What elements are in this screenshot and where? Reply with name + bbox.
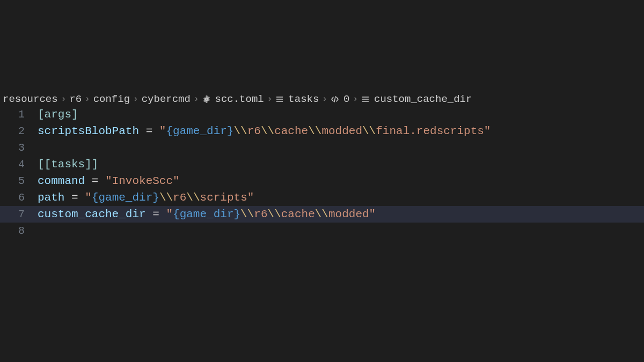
code-token: scripts bbox=[200, 191, 247, 204]
breadcrumb-segment-cybercmd[interactable]: cybercmd bbox=[142, 93, 191, 105]
code-token: " bbox=[247, 191, 254, 204]
svg-line-3 bbox=[334, 97, 335, 102]
code-token: modded bbox=[328, 208, 369, 220]
chevron-right-icon: › bbox=[353, 94, 358, 104]
code-token: \\ bbox=[315, 208, 328, 220]
code-token: \\ bbox=[186, 191, 200, 204]
code-token: "InvokeScc" bbox=[105, 175, 180, 187]
code-line[interactable]: 7custom_cache_dir = "{game_dir}\\r6\\cac… bbox=[0, 206, 644, 223]
code-token: final.redscripts bbox=[376, 125, 484, 137]
line-content[interactable]: scriptsBlobPath = "{game_dir}\\r6\\cache… bbox=[38, 123, 644, 139]
line-number: 2 bbox=[0, 123, 38, 139]
breadcrumb-segment-key[interactable]: custom_cache_dir bbox=[374, 93, 472, 105]
code-token: modded bbox=[321, 125, 362, 137]
chevron-right-icon: › bbox=[267, 94, 273, 104]
code-token: " bbox=[85, 191, 92, 204]
code-line[interactable]: 2scriptsBlobPath = "{game_dir}\\r6\\cach… bbox=[0, 123, 644, 139]
code-token: \\ bbox=[240, 208, 254, 220]
breadcrumb-segment-file[interactable]: scc.toml bbox=[215, 93, 264, 105]
code-token: {game_dir} bbox=[92, 191, 159, 204]
chevron-right-icon: › bbox=[194, 94, 199, 104]
chevron-right-icon: › bbox=[85, 94, 90, 104]
code-line[interactable]: 8 bbox=[0, 223, 644, 239]
code-token: \\ bbox=[362, 125, 376, 137]
code-token: path bbox=[38, 191, 64, 204]
gear-icon bbox=[202, 95, 211, 104]
breadcrumb: resources › r6 › config › cybercmd › scc… bbox=[3, 91, 472, 107]
line-number: 4 bbox=[0, 156, 38, 173]
line-content[interactable]: path = "{game_dir}\\r6\\scripts" bbox=[38, 189, 644, 206]
line-content[interactable]: custom_cache_dir = "{game_dir}\\r6\\cach… bbox=[38, 206, 644, 223]
code-token: = bbox=[85, 175, 105, 187]
code-token: r6 bbox=[173, 191, 186, 204]
code-token: " bbox=[166, 208, 173, 220]
code-token: scriptsBlobPath bbox=[38, 125, 139, 137]
breadcrumb-segment-index[interactable]: 0 bbox=[343, 93, 349, 105]
code-token: = bbox=[146, 208, 166, 220]
chevron-right-icon: › bbox=[133, 94, 138, 104]
line-number: 6 bbox=[0, 189, 38, 206]
code-token: r6 bbox=[247, 125, 261, 137]
chevron-right-icon: › bbox=[61, 94, 67, 104]
breadcrumb-segment-resources[interactable]: resources bbox=[3, 93, 58, 105]
code-token: " bbox=[484, 125, 491, 137]
code-token: \\ bbox=[233, 125, 247, 137]
code-token: = bbox=[64, 191, 85, 204]
line-number: 3 bbox=[0, 139, 38, 156]
code-line[interactable]: 3 bbox=[0, 139, 644, 156]
code-token: {game_dir} bbox=[173, 208, 240, 220]
line-number: 7 bbox=[0, 206, 38, 223]
line-content[interactable]: command = "InvokeScc" bbox=[38, 173, 644, 189]
code-token: cache bbox=[281, 208, 315, 220]
line-number: 1 bbox=[0, 106, 38, 123]
code-token: \\ bbox=[261, 125, 274, 137]
line-content[interactable]: [args] bbox=[38, 106, 644, 123]
chevron-right-icon: › bbox=[322, 94, 327, 104]
line-number: 8 bbox=[0, 223, 38, 239]
code-icon bbox=[331, 95, 339, 104]
breadcrumb-segment-tasks[interactable]: tasks bbox=[288, 93, 319, 105]
code-line[interactable]: 4[[tasks]] bbox=[0, 156, 644, 173]
code-token: {game_dir} bbox=[166, 125, 233, 137]
breadcrumb-segment-config[interactable]: config bbox=[93, 93, 130, 105]
code-token: = bbox=[139, 125, 159, 137]
code-line[interactable]: 5command = "InvokeScc" bbox=[0, 173, 644, 189]
code-token: " bbox=[369, 208, 376, 220]
code-token: r6 bbox=[254, 208, 267, 220]
code-token: \\ bbox=[268, 208, 281, 220]
breadcrumb-segment-r6[interactable]: r6 bbox=[69, 93, 82, 105]
line-number: 5 bbox=[0, 173, 38, 189]
code-token: " bbox=[159, 125, 166, 137]
code-token: \\ bbox=[159, 191, 173, 204]
code-line[interactable]: 1[args] bbox=[0, 106, 644, 123]
code-token: custom_cache_dir bbox=[38, 208, 146, 220]
code-token: \\ bbox=[308, 125, 321, 137]
lines-icon bbox=[361, 95, 370, 104]
code-token: [[tasks]] bbox=[38, 158, 98, 171]
code-token: [args] bbox=[38, 108, 78, 121]
line-content[interactable]: [[tasks]] bbox=[38, 156, 644, 173]
code-token: cache bbox=[274, 125, 308, 137]
lines-icon bbox=[275, 95, 284, 104]
code-token: command bbox=[38, 175, 85, 187]
code-line[interactable]: 6path = "{game_dir}\\r6\\scripts" bbox=[0, 189, 644, 206]
code-editor[interactable]: 1[args]2scriptsBlobPath = "{game_dir}\\r… bbox=[0, 106, 644, 239]
